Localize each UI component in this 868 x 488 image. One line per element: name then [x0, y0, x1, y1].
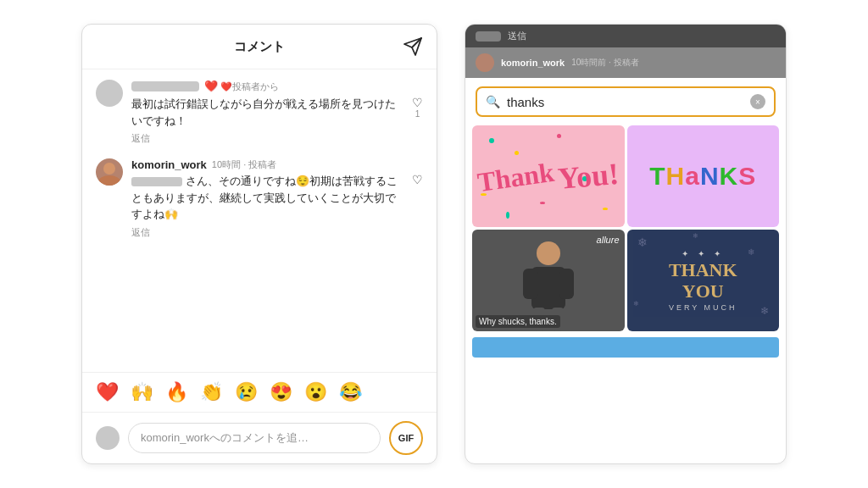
comment-input-row: komorin_workへのコメントを追… GIF — [82, 413, 437, 463]
gif-allure-video[interactable]: allure Why shucks, thanks. — [472, 230, 625, 331]
thanks-multi-text: THaNKS — [649, 162, 756, 191]
svg-point-2 — [103, 163, 115, 175]
allure-label: allure — [597, 235, 620, 245]
komorin-username[interactable]: komorin_work — [131, 158, 207, 171]
svg-text:❄: ❄ — [633, 300, 639, 308]
komorin-content: komorin_work 10時間 · 投稿者 さん、その通りですね😌初期は苦戦… — [131, 158, 423, 239]
comments-title: コメント — [116, 39, 403, 55]
gif-thankyou-winter[interactable]: ❄ ❄ ❄ ❄ ❄ ✦ ✦ ✦ THANK YOU VERY MUCH — [627, 230, 780, 331]
username-blur — [131, 81, 199, 92]
emoji-surprised[interactable]: 😮 — [304, 381, 327, 403]
svg-text:❄: ❄ — [748, 247, 754, 257]
emoji-hands[interactable]: 🙌 — [131, 381, 153, 403]
emoji-fire[interactable]: 🔥 — [165, 381, 188, 403]
search-bar[interactable]: 🔍 thanks × — [476, 86, 776, 117]
reply-link[interactable]: 返信 — [131, 132, 150, 145]
mini-username: komorin_work — [501, 58, 565, 68]
top-header-bar: 送信 — [465, 25, 786, 47]
svg-text:❄: ❄ — [637, 236, 648, 249]
comments-header: コメント — [82, 25, 437, 69]
thank-you-text: Thank You! — [477, 161, 619, 191]
gif-search-panel: 送信 komorin_work 10時間前 · 投稿者 🔍 thanks × — [465, 24, 787, 464]
mini-time: 10時間前 · 投稿者 — [571, 57, 638, 69]
comment-komorin: komorin_work 10時間 · 投稿者 さん、その通りですね😌初期は苦戦… — [96, 158, 423, 239]
comment-text: 最初は試行錯誤しながら自分が戦える場所を見つけたいですね！ — [131, 96, 405, 129]
gif-thankyou-pink[interactable]: Thank You! — [472, 125, 625, 227]
like-button[interactable]: ♡ 1 — [412, 96, 423, 119]
header-blur-1 — [476, 31, 501, 42]
komorin-reply-link[interactable]: 返信 — [131, 226, 150, 239]
comments-body: ❤️ ❤️投稿者から 最初は試行錯誤しながら自分が戦える場所を見つけたいですね！… — [82, 69, 437, 372]
gif-button[interactable]: GIF — [389, 421, 423, 455]
next-row-preview — [472, 337, 779, 358]
emoji-laugh[interactable]: 😂 — [339, 381, 362, 403]
header-send-label: 送信 — [508, 30, 526, 42]
komorin-like-button[interactable]: ♡ — [412, 173, 423, 186]
svg-rect-6 — [523, 269, 538, 299]
input-avatar — [96, 426, 120, 450]
author-badge: ❤️ ❤️投稿者から — [204, 80, 279, 93]
heart-outline-icon: ♡ — [412, 96, 423, 109]
komorin-time: 10時間 · 投稿者 — [212, 158, 276, 171]
send-icon[interactable] — [403, 36, 423, 57]
comment-input-placeholder: komorin_workへのコメントを追… — [141, 431, 309, 444]
like-count: 1 — [415, 109, 420, 119]
svg-rect-7 — [559, 269, 574, 299]
comment-content: ❤️ ❤️投稿者から 最初は試行錯誤しながら自分が戦える場所を見つけたいですね！… — [131, 80, 423, 145]
mention-blur — [131, 177, 182, 186]
mini-post-preview: komorin_work 10時間前 · 投稿者 — [465, 47, 786, 78]
clear-icon[interactable]: × — [750, 94, 765, 109]
svg-point-4 — [537, 241, 560, 265]
gif-caption: Why shucks, thanks. — [476, 315, 560, 328]
svg-text:❄: ❄ — [693, 232, 698, 240]
svg-point-3 — [98, 175, 120, 186]
emoji-heart[interactable]: ❤️ — [96, 381, 119, 403]
komorin-actions: 返信 — [131, 226, 405, 239]
search-icon: 🔍 — [486, 95, 500, 108]
svg-text:❄: ❄ — [760, 305, 769, 317]
emoji-cry[interactable]: 😢 — [235, 381, 258, 403]
emoji-clap[interactable]: 👏 — [200, 381, 223, 403]
emoji-heart-eyes[interactable]: 😍 — [270, 381, 292, 403]
gif-thanks-colorful[interactable]: THaNKS — [627, 125, 780, 227]
avatar — [96, 80, 123, 107]
heart-outline-2-icon: ♡ — [412, 173, 423, 186]
gif-label: GIF — [398, 433, 414, 443]
comment-meta: ❤️ ❤️投稿者から — [131, 80, 423, 93]
thank-you-winter-text: ✦ ✦ ✦ THANK YOU VERY MUCH — [669, 249, 737, 311]
comment-actions: 返信 — [131, 132, 405, 145]
emoji-row: ❤️ 🙌 🔥 👏 😢 😍 😮 😂 — [82, 372, 437, 413]
komorin-avatar — [96, 158, 123, 186]
mini-avatar — [476, 53, 494, 72]
comments-panel: コメント ❤️ ❤️投稿者から — [81, 24, 437, 464]
comment-input[interactable]: komorin_workへのコメントを追… — [128, 423, 381, 453]
heart-icon: ❤️ — [204, 80, 218, 92]
komorin-text: さん、その通りですね😌初期は苦戦することもありますが、継続して実践していくことが… — [131, 173, 405, 223]
gif-grid: Thank You! THaNKS — [465, 122, 786, 335]
comment-item: ❤️ ❤️投稿者から 最初は試行錯誤しながら自分が戦える場所を見つけたいですね！… — [96, 80, 423, 145]
search-query[interactable]: thanks — [507, 95, 743, 109]
